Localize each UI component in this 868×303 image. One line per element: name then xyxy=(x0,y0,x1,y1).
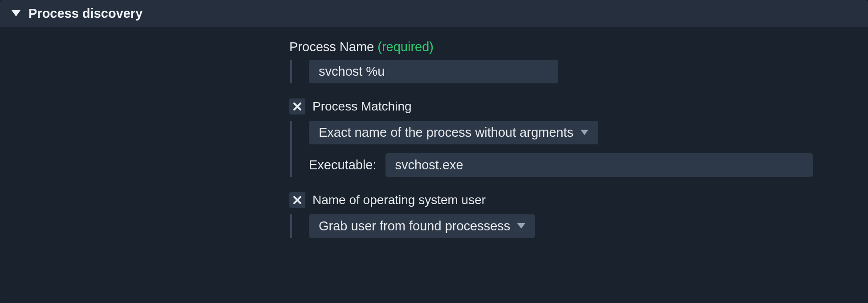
process-name-block xyxy=(290,60,868,83)
process-name-label: Process Name (required) xyxy=(289,40,868,54)
svg-marker-2 xyxy=(517,223,525,229)
os-user-select[interactable]: Grab user from found processess xyxy=(309,214,535,238)
process-matching-label: Process Matching xyxy=(312,99,412,114)
executable-label: Executable: xyxy=(309,158,377,172)
svg-marker-1 xyxy=(580,130,588,135)
process-matching-select[interactable]: Exact name of the process without argmen… xyxy=(309,121,598,144)
svg-marker-0 xyxy=(12,10,20,16)
close-icon xyxy=(293,196,301,204)
collapse-down-icon xyxy=(12,10,20,17)
os-user-block: Grab user from found processess xyxy=(290,214,868,238)
executable-row: Executable: xyxy=(309,153,868,177)
panel-header[interactable]: Process discovery xyxy=(0,0,868,27)
os-user-header: Name of operating system user xyxy=(289,192,868,208)
remove-process-matching-button[interactable] xyxy=(289,98,305,115)
os-user-selected: Grab user from found processess xyxy=(319,219,510,233)
process-matching-block: Exact name of the process without argmen… xyxy=(290,121,868,177)
required-indicator: (required) xyxy=(377,40,434,54)
process-matching-selected: Exact name of the process without argmen… xyxy=(319,125,573,140)
chevron-down-icon xyxy=(517,223,525,229)
chevron-down-icon xyxy=(580,130,588,136)
process-matching-header: Process Matching xyxy=(289,98,868,115)
process-name-label-text: Process Name xyxy=(289,40,374,54)
process-discovery-panel: Process discovery Process Name (required… xyxy=(0,0,868,303)
executable-input[interactable] xyxy=(385,153,813,177)
panel-title: Process discovery xyxy=(28,6,142,21)
process-name-input[interactable] xyxy=(309,60,558,83)
remove-os-user-button[interactable] xyxy=(289,192,305,208)
close-icon xyxy=(293,102,301,111)
panel-body: Process Name (required) Process Matching… xyxy=(0,27,868,249)
os-user-label: Name of operating system user xyxy=(312,193,486,207)
